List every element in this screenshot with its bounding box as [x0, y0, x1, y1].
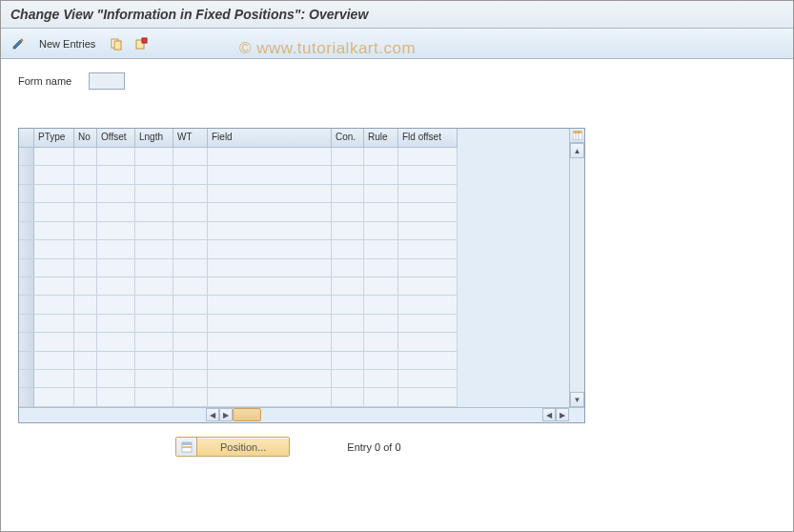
table-cell[interactable]	[398, 333, 458, 351]
table-cell[interactable]	[398, 388, 458, 406]
table-cell[interactable]	[74, 203, 97, 221]
table-cell[interactable]	[398, 259, 458, 277]
table-cell[interactable]	[97, 185, 135, 203]
column-header[interactable]: Offset	[97, 129, 135, 148]
table-cell[interactable]	[398, 166, 458, 184]
table-cell[interactable]	[135, 277, 173, 296]
table-cell[interactable]	[364, 259, 398, 277]
table-cell[interactable]	[208, 370, 332, 388]
column-header[interactable]: Field	[208, 129, 332, 148]
table-cell[interactable]	[74, 259, 97, 277]
table-cell[interactable]	[97, 203, 135, 221]
table-cell[interactable]	[97, 259, 135, 277]
table-cell[interactable]	[135, 352, 173, 370]
table-cell[interactable]	[364, 240, 398, 258]
table-cell[interactable]	[97, 166, 135, 184]
scroll-left-button[interactable]: ◀	[206, 408, 219, 421]
table-cell[interactable]	[135, 240, 173, 258]
table-cell[interactable]	[332, 296, 364, 314]
table-cell[interactable]	[135, 148, 173, 166]
table-cell[interactable]	[332, 315, 364, 333]
table-cell[interactable]	[208, 388, 332, 406]
table-cell[interactable]	[398, 352, 458, 370]
table-cell[interactable]	[74, 370, 97, 388]
table-cell[interactable]	[173, 185, 208, 203]
row-selector[interactable]	[19, 388, 34, 406]
table-cell[interactable]	[332, 277, 364, 296]
table-cell[interactable]	[332, 259, 364, 277]
table-cell[interactable]	[135, 259, 173, 277]
column-header[interactable]: Con.	[332, 129, 364, 148]
row-selector[interactable]	[19, 277, 34, 296]
table-cell[interactable]	[364, 370, 398, 388]
row-selector[interactable]	[19, 222, 34, 240]
row-selector[interactable]	[19, 315, 34, 333]
table-cell[interactable]	[173, 388, 208, 406]
table-cell[interactable]	[173, 203, 208, 221]
row-selector[interactable]	[19, 259, 34, 277]
table-cell[interactable]	[135, 185, 173, 203]
table-cell[interactable]	[208, 277, 332, 296]
table-cell[interactable]	[135, 315, 173, 333]
table-cell[interactable]	[173, 148, 208, 166]
table-cell[interactable]	[135, 370, 173, 388]
table-cell[interactable]	[208, 333, 332, 351]
table-cell[interactable]	[34, 333, 74, 351]
scroll-left-end-button[interactable]: ◀	[542, 408, 556, 421]
table-cell[interactable]	[332, 148, 364, 166]
table-cell[interactable]	[74, 277, 97, 296]
table-cell[interactable]	[97, 148, 135, 166]
table-cell[interactable]	[34, 148, 74, 166]
column-header[interactable]: No	[74, 129, 97, 148]
table-cell[interactable]	[34, 240, 74, 258]
table-cell[interactable]	[34, 296, 74, 314]
column-header[interactable]: Lngth	[135, 129, 173, 148]
table-cell[interactable]	[97, 352, 135, 370]
table-cell[interactable]	[34, 277, 74, 296]
table-cell[interactable]	[34, 370, 74, 388]
table-cell[interactable]	[332, 240, 364, 258]
column-header[interactable]: Fld offset	[398, 129, 458, 148]
scroll-down-button[interactable]: ▼	[570, 392, 584, 407]
table-cell[interactable]	[364, 315, 398, 333]
table-cell[interactable]	[173, 352, 208, 370]
table-cell[interactable]	[398, 240, 458, 258]
table-cell[interactable]	[74, 148, 97, 166]
toggle-edit-icon[interactable]	[9, 34, 28, 53]
new-entries-button[interactable]: New Entries	[33, 38, 101, 50]
table-cell[interactable]	[173, 315, 208, 333]
table-cell[interactable]	[34, 166, 74, 184]
table-cell[interactable]	[97, 296, 135, 314]
copy-icon[interactable]	[107, 34, 126, 53]
table-cell[interactable]	[332, 222, 364, 240]
table-cell[interactable]	[208, 148, 332, 166]
table-cell[interactable]	[74, 315, 97, 333]
table-cell[interactable]	[364, 185, 398, 203]
table-cell[interactable]	[332, 370, 364, 388]
table-cell[interactable]	[364, 148, 398, 166]
select-all-corner[interactable]	[19, 129, 34, 148]
table-cell[interactable]	[173, 370, 208, 388]
table-cell[interactable]	[97, 277, 135, 296]
table-cell[interactable]	[398, 185, 458, 203]
table-cell[interactable]	[74, 388, 97, 406]
row-selector[interactable]	[19, 370, 34, 388]
table-cell[interactable]	[398, 370, 458, 388]
table-cell[interactable]	[398, 148, 458, 166]
table-cell[interactable]	[208, 203, 332, 221]
table-cell[interactable]	[332, 203, 364, 221]
table-cell[interactable]	[173, 333, 208, 351]
table-cell[interactable]	[97, 333, 135, 351]
table-cell[interactable]	[332, 388, 364, 406]
table-cell[interactable]	[364, 166, 398, 184]
table-cell[interactable]	[208, 352, 332, 370]
table-cell[interactable]	[135, 296, 173, 314]
table-cell[interactable]	[173, 222, 208, 240]
row-selector[interactable]	[19, 352, 34, 370]
table-cell[interactable]	[97, 222, 135, 240]
table-cell[interactable]	[364, 277, 398, 296]
table-cell[interactable]	[332, 333, 364, 351]
row-selector[interactable]	[19, 166, 34, 184]
table-cell[interactable]	[135, 388, 173, 406]
table-cell[interactable]	[34, 388, 74, 406]
